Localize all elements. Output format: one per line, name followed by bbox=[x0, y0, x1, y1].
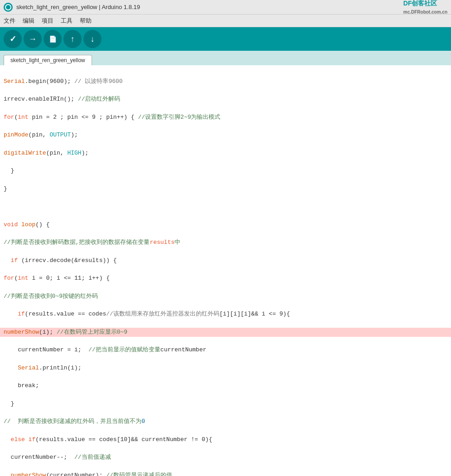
menu-bar: 文件 编辑 项目 工具 帮助 bbox=[0, 15, 451, 27]
menu-tools[interactable]: 工具 bbox=[61, 17, 73, 25]
tab-bar: sketch_light_ren_green_yellow bbox=[0, 51, 451, 65]
open-button[interactable] bbox=[63, 30, 82, 48]
verify-button[interactable] bbox=[4, 30, 22, 48]
title-bar: sketch_light_ren_green_yellow | Arduino … bbox=[0, 0, 451, 15]
code-content: Serial.begin(9600); // 以波特率9600 irrecv.e… bbox=[0, 67, 451, 476]
menu-edit[interactable]: 编辑 bbox=[23, 17, 34, 25]
menu-project[interactable]: 项目 bbox=[42, 17, 53, 25]
menu-file[interactable]: 文件 bbox=[4, 17, 15, 25]
menu-help[interactable]: 帮助 bbox=[80, 17, 92, 25]
code-editor[interactable]: Serial.begin(9600); // 以波特率9600 irrecv.e… bbox=[0, 65, 451, 476]
app-logo bbox=[4, 3, 13, 12]
save-button[interactable] bbox=[83, 30, 102, 48]
window-title: sketch_light_ren_green_yellow | Arduino … bbox=[16, 4, 403, 10]
toolbar bbox=[0, 27, 451, 51]
tab-sketch[interactable]: sketch_light_ren_green_yellow bbox=[4, 55, 92, 65]
new-button[interactable] bbox=[44, 30, 62, 48]
upload-button[interactable] bbox=[24, 30, 42, 48]
brand-label: DF创客社区mc.DFRobot.com.cn bbox=[403, 0, 447, 15]
